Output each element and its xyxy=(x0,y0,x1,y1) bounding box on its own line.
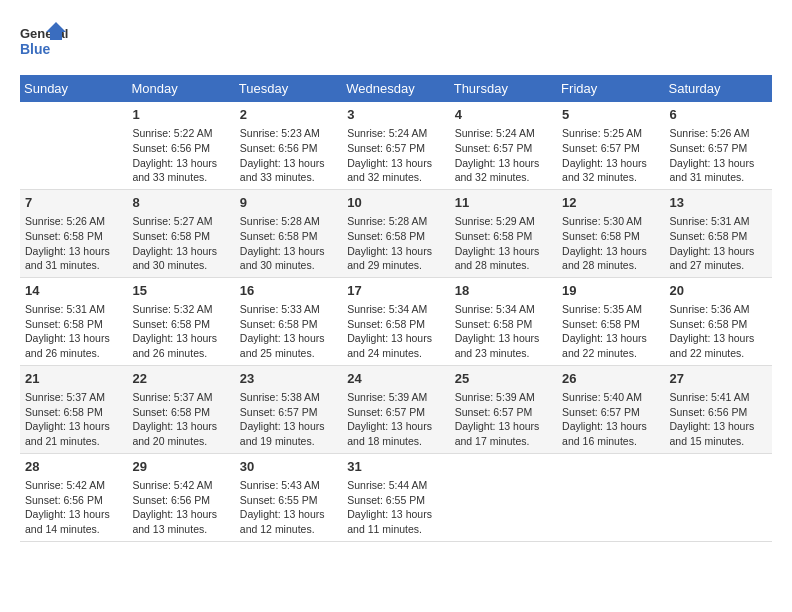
page-header: General Blue xyxy=(20,20,772,65)
day-header-saturday: Saturday xyxy=(665,75,772,102)
day-number: 12 xyxy=(562,194,659,212)
logo: General Blue xyxy=(20,20,70,65)
day-info: Sunrise: 5:42 AM Sunset: 6:56 PM Dayligh… xyxy=(25,478,122,537)
day-number: 28 xyxy=(25,458,122,476)
logo-svg: General Blue xyxy=(20,20,70,65)
day-number: 26 xyxy=(562,370,659,388)
day-info: Sunrise: 5:41 AM Sunset: 6:56 PM Dayligh… xyxy=(670,390,767,449)
calendar-cell: 28Sunrise: 5:42 AM Sunset: 6:56 PM Dayli… xyxy=(20,453,127,541)
calendar-cell: 26Sunrise: 5:40 AM Sunset: 6:57 PM Dayli… xyxy=(557,365,664,453)
day-info: Sunrise: 5:31 AM Sunset: 6:58 PM Dayligh… xyxy=(25,302,122,361)
day-number: 9 xyxy=(240,194,337,212)
day-number: 2 xyxy=(240,106,337,124)
calendar-cell: 10Sunrise: 5:28 AM Sunset: 6:58 PM Dayli… xyxy=(342,189,449,277)
calendar-cell: 17Sunrise: 5:34 AM Sunset: 6:58 PM Dayli… xyxy=(342,277,449,365)
calendar-cell: 24Sunrise: 5:39 AM Sunset: 6:57 PM Dayli… xyxy=(342,365,449,453)
calendar-cell: 9Sunrise: 5:28 AM Sunset: 6:58 PM Daylig… xyxy=(235,189,342,277)
day-info: Sunrise: 5:26 AM Sunset: 6:58 PM Dayligh… xyxy=(25,214,122,273)
calendar-cell xyxy=(20,102,127,189)
day-number: 16 xyxy=(240,282,337,300)
calendar-cell: 13Sunrise: 5:31 AM Sunset: 6:58 PM Dayli… xyxy=(665,189,772,277)
calendar-cell: 2Sunrise: 5:23 AM Sunset: 6:56 PM Daylig… xyxy=(235,102,342,189)
calendar-cell: 25Sunrise: 5:39 AM Sunset: 6:57 PM Dayli… xyxy=(450,365,557,453)
day-info: Sunrise: 5:23 AM Sunset: 6:56 PM Dayligh… xyxy=(240,126,337,185)
day-number: 20 xyxy=(670,282,767,300)
day-number: 6 xyxy=(670,106,767,124)
calendar-cell: 30Sunrise: 5:43 AM Sunset: 6:55 PM Dayli… xyxy=(235,453,342,541)
day-number: 31 xyxy=(347,458,444,476)
day-number: 3 xyxy=(347,106,444,124)
day-info: Sunrise: 5:37 AM Sunset: 6:58 PM Dayligh… xyxy=(132,390,229,449)
day-number: 15 xyxy=(132,282,229,300)
day-number: 17 xyxy=(347,282,444,300)
day-header-tuesday: Tuesday xyxy=(235,75,342,102)
day-info: Sunrise: 5:30 AM Sunset: 6:58 PM Dayligh… xyxy=(562,214,659,273)
day-header-thursday: Thursday xyxy=(450,75,557,102)
calendar-cell: 6Sunrise: 5:26 AM Sunset: 6:57 PM Daylig… xyxy=(665,102,772,189)
calendar-cell: 7Sunrise: 5:26 AM Sunset: 6:58 PM Daylig… xyxy=(20,189,127,277)
day-number: 23 xyxy=(240,370,337,388)
calendar-cell xyxy=(557,453,664,541)
day-number: 8 xyxy=(132,194,229,212)
day-info: Sunrise: 5:44 AM Sunset: 6:55 PM Dayligh… xyxy=(347,478,444,537)
day-number: 5 xyxy=(562,106,659,124)
day-info: Sunrise: 5:43 AM Sunset: 6:55 PM Dayligh… xyxy=(240,478,337,537)
day-info: Sunrise: 5:39 AM Sunset: 6:57 PM Dayligh… xyxy=(347,390,444,449)
day-info: Sunrise: 5:29 AM Sunset: 6:58 PM Dayligh… xyxy=(455,214,552,273)
calendar-cell: 4Sunrise: 5:24 AM Sunset: 6:57 PM Daylig… xyxy=(450,102,557,189)
calendar-cell: 27Sunrise: 5:41 AM Sunset: 6:56 PM Dayli… xyxy=(665,365,772,453)
day-info: Sunrise: 5:25 AM Sunset: 6:57 PM Dayligh… xyxy=(562,126,659,185)
day-info: Sunrise: 5:26 AM Sunset: 6:57 PM Dayligh… xyxy=(670,126,767,185)
day-header-sunday: Sunday xyxy=(20,75,127,102)
calendar-week-1: 7Sunrise: 5:26 AM Sunset: 6:58 PM Daylig… xyxy=(20,189,772,277)
day-info: Sunrise: 5:24 AM Sunset: 6:57 PM Dayligh… xyxy=(347,126,444,185)
calendar-week-4: 28Sunrise: 5:42 AM Sunset: 6:56 PM Dayli… xyxy=(20,453,772,541)
calendar-cell: 16Sunrise: 5:33 AM Sunset: 6:58 PM Dayli… xyxy=(235,277,342,365)
day-info: Sunrise: 5:42 AM Sunset: 6:56 PM Dayligh… xyxy=(132,478,229,537)
calendar-cell: 21Sunrise: 5:37 AM Sunset: 6:58 PM Dayli… xyxy=(20,365,127,453)
calendar-cell: 31Sunrise: 5:44 AM Sunset: 6:55 PM Dayli… xyxy=(342,453,449,541)
day-info: Sunrise: 5:32 AM Sunset: 6:58 PM Dayligh… xyxy=(132,302,229,361)
day-number: 18 xyxy=(455,282,552,300)
calendar-header-row: SundayMondayTuesdayWednesdayThursdayFrid… xyxy=(20,75,772,102)
calendar-body: 1Sunrise: 5:22 AM Sunset: 6:56 PM Daylig… xyxy=(20,102,772,541)
day-info: Sunrise: 5:37 AM Sunset: 6:58 PM Dayligh… xyxy=(25,390,122,449)
day-header-friday: Friday xyxy=(557,75,664,102)
day-number: 10 xyxy=(347,194,444,212)
day-number: 25 xyxy=(455,370,552,388)
day-info: Sunrise: 5:33 AM Sunset: 6:58 PM Dayligh… xyxy=(240,302,337,361)
day-info: Sunrise: 5:40 AM Sunset: 6:57 PM Dayligh… xyxy=(562,390,659,449)
day-info: Sunrise: 5:31 AM Sunset: 6:58 PM Dayligh… xyxy=(670,214,767,273)
day-number: 27 xyxy=(670,370,767,388)
day-info: Sunrise: 5:28 AM Sunset: 6:58 PM Dayligh… xyxy=(347,214,444,273)
calendar-week-3: 21Sunrise: 5:37 AM Sunset: 6:58 PM Dayli… xyxy=(20,365,772,453)
calendar-cell: 22Sunrise: 5:37 AM Sunset: 6:58 PM Dayli… xyxy=(127,365,234,453)
day-number: 19 xyxy=(562,282,659,300)
calendar-cell: 1Sunrise: 5:22 AM Sunset: 6:56 PM Daylig… xyxy=(127,102,234,189)
day-info: Sunrise: 5:35 AM Sunset: 6:58 PM Dayligh… xyxy=(562,302,659,361)
day-info: Sunrise: 5:34 AM Sunset: 6:58 PM Dayligh… xyxy=(347,302,444,361)
day-header-monday: Monday xyxy=(127,75,234,102)
calendar-table: SundayMondayTuesdayWednesdayThursdayFrid… xyxy=(20,75,772,542)
day-info: Sunrise: 5:22 AM Sunset: 6:56 PM Dayligh… xyxy=(132,126,229,185)
calendar-cell: 14Sunrise: 5:31 AM Sunset: 6:58 PM Dayli… xyxy=(20,277,127,365)
day-number: 30 xyxy=(240,458,337,476)
day-header-wednesday: Wednesday xyxy=(342,75,449,102)
calendar-cell: 19Sunrise: 5:35 AM Sunset: 6:58 PM Dayli… xyxy=(557,277,664,365)
day-number: 13 xyxy=(670,194,767,212)
day-number: 11 xyxy=(455,194,552,212)
calendar-cell: 29Sunrise: 5:42 AM Sunset: 6:56 PM Dayli… xyxy=(127,453,234,541)
day-number: 14 xyxy=(25,282,122,300)
calendar-cell: 8Sunrise: 5:27 AM Sunset: 6:58 PM Daylig… xyxy=(127,189,234,277)
day-number: 22 xyxy=(132,370,229,388)
day-info: Sunrise: 5:36 AM Sunset: 6:58 PM Dayligh… xyxy=(670,302,767,361)
day-info: Sunrise: 5:24 AM Sunset: 6:57 PM Dayligh… xyxy=(455,126,552,185)
calendar-cell: 15Sunrise: 5:32 AM Sunset: 6:58 PM Dayli… xyxy=(127,277,234,365)
day-number: 1 xyxy=(132,106,229,124)
calendar-week-0: 1Sunrise: 5:22 AM Sunset: 6:56 PM Daylig… xyxy=(20,102,772,189)
calendar-cell: 3Sunrise: 5:24 AM Sunset: 6:57 PM Daylig… xyxy=(342,102,449,189)
day-info: Sunrise: 5:28 AM Sunset: 6:58 PM Dayligh… xyxy=(240,214,337,273)
day-number: 29 xyxy=(132,458,229,476)
calendar-cell: 12Sunrise: 5:30 AM Sunset: 6:58 PM Dayli… xyxy=(557,189,664,277)
day-number: 4 xyxy=(455,106,552,124)
